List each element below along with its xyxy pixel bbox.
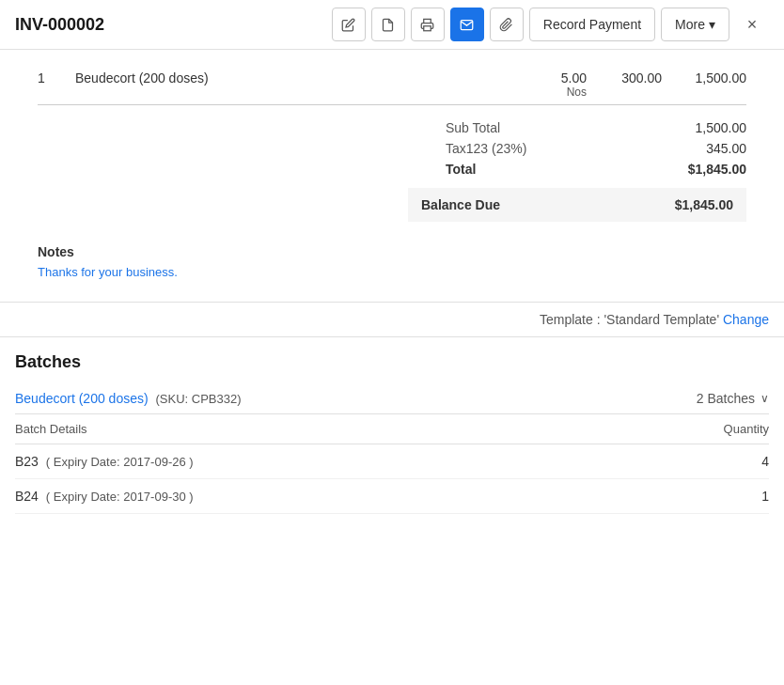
line-qty: 5.00 Nos [511, 70, 587, 99]
email-button[interactable] [450, 8, 484, 41]
template-bar: Template : 'Standard Template' Change [0, 303, 784, 337]
batch-row-b24: B24 ( Expiry Date: 2017-09-30 ) 1 [15, 479, 769, 514]
change-template-link[interactable]: Change [723, 312, 769, 327]
batch-details-header: Batch Details [15, 422, 87, 436]
line-items-table: 1 Beudecort (200 doses) 5.00 Nos 300.00 … [38, 65, 746, 105]
record-payment-button[interactable]: Record Payment [529, 8, 655, 41]
batch-id-b23: B23 ( Expiry Date: 2017-09-26 ) [15, 454, 194, 469]
batch-product-row[interactable]: Beudecort (200 doses) (SKU: CPB332) 2 Ba… [15, 383, 769, 414]
totals-section: Sub Total 1,500.00 Tax123 (23%) 345.00 T… [38, 120, 746, 177]
subtotal-row: Sub Total 1,500.00 [446, 120, 746, 135]
close-button[interactable]: × [735, 8, 769, 41]
batch-row-b23: B23 ( Expiry Date: 2017-09-26 ) 4 [15, 444, 769, 479]
line-num: 1 [38, 70, 75, 86]
line-description: Beudecort (200 doses) [75, 70, 511, 86]
balance-due-value: $1,845.00 [675, 197, 733, 212]
notes-section: Notes Thanks for your business. [38, 244, 746, 279]
more-button[interactable]: More ▾ [661, 8, 729, 41]
quantity-header: Quantity [724, 422, 769, 436]
batch-product-info: Beudecort (200 doses) (SKU: CPB332) [15, 391, 242, 406]
edit-button[interactable] [332, 8, 366, 41]
line-amount: 1,500.00 [662, 70, 746, 86]
table-row: 1 Beudecort (200 doses) 5.00 Nos 300.00 … [38, 65, 746, 104]
batch-product-name[interactable]: Beudecort (200 doses) [15, 391, 149, 406]
pdf-button[interactable] [371, 8, 405, 41]
subtotal-label: Sub Total [446, 120, 500, 135]
toolbar: Record Payment More ▾ × [332, 8, 769, 41]
batch-qty-b23: 4 [761, 454, 769, 469]
line-rate: 300.00 [587, 70, 662, 86]
balance-due-row: Balance Due $1,845.00 [408, 188, 746, 222]
batches-title: Batches [15, 352, 769, 372]
balance-due-container: Balance Due $1,845.00 [38, 184, 746, 222]
batch-product-sku: (SKU: CPB332) [156, 392, 242, 406]
tax-label: Tax123 (23%) [446, 141, 526, 156]
batches-section: Batches Beudecort (200 doses) (SKU: CPB3… [0, 337, 784, 529]
notes-title: Notes [38, 244, 746, 259]
chevron-down-icon: ∨ [760, 392, 769, 405]
notes-content: Thanks for your business. [38, 265, 746, 279]
batch-table-header: Batch Details Quantity [15, 414, 769, 444]
total-value: $1,845.00 [688, 162, 746, 177]
print-button[interactable] [411, 8, 445, 41]
tax-value: 345.00 [706, 141, 746, 156]
invoice-content: 1 Beudecort (200 doses) 5.00 Nos 300.00 … [0, 50, 784, 303]
total-row: Total $1,845.00 [446, 162, 746, 177]
batch-count: 2 Batches ∨ [697, 391, 769, 406]
total-label: Total [446, 162, 476, 177]
svg-rect-0 [424, 25, 431, 30]
batch-id-b24: B24 ( Expiry Date: 2017-09-30 ) [15, 489, 194, 504]
batch-qty-b24: 1 [761, 489, 769, 504]
balance-due-label: Balance Due [421, 197, 500, 212]
tax-row: Tax123 (23%) 345.00 [446, 141, 746, 156]
attach-button[interactable] [490, 8, 524, 41]
header: INV-000002 [0, 0, 784, 50]
template-text: Template : 'Standard Template' [540, 312, 719, 327]
subtotal-value: 1,500.00 [696, 120, 747, 135]
invoice-title: INV-000002 [15, 15, 324, 35]
